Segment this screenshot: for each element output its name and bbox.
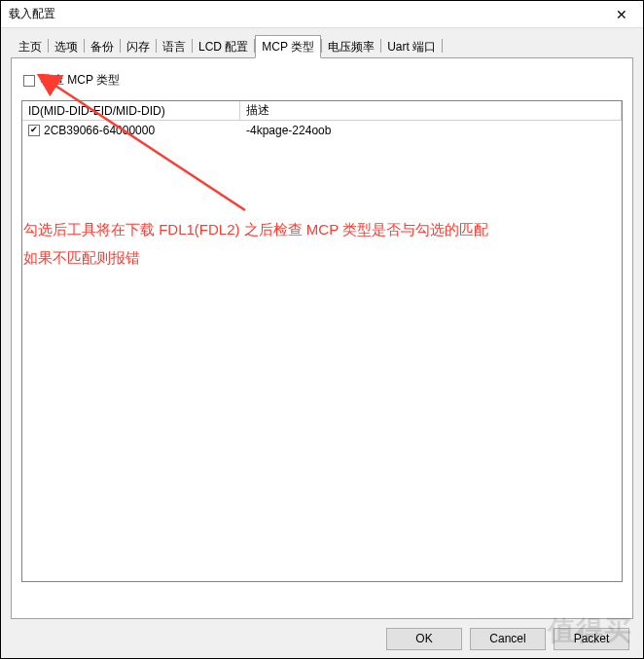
- cell-id: 2CB39066-64000000: [22, 124, 240, 137]
- window-title: 载入配置: [9, 6, 55, 22]
- tab-options[interactable]: 选项: [49, 36, 84, 57]
- cell-id-text: 2CB39066-64000000: [44, 124, 155, 137]
- check-mcp-checkbox[interactable]: [23, 75, 35, 87]
- cell-desc: -4kpage-224oob: [240, 124, 622, 137]
- tab-uart-port[interactable]: Uart 端口: [381, 36, 442, 57]
- tab-mcp-type[interactable]: MCP 类型: [255, 35, 321, 58]
- col-header-desc[interactable]: 描述: [240, 101, 622, 120]
- close-button[interactable]: ✕: [600, 1, 643, 28]
- mcp-table: ID(MID-DID-EID/MID-DID) 描述 2CB39066-6400…: [21, 100, 623, 582]
- client-area: 主页 选项 备份 闪存 语言 LCD 配置 MCP 类型 电压频率 Uart 端…: [1, 28, 643, 658]
- close-icon: ✕: [616, 8, 627, 21]
- check-mcp-label: 检查 MCP 类型: [41, 72, 120, 89]
- tab-flash[interactable]: 闪存: [121, 36, 156, 57]
- packet-button[interactable]: Packet: [554, 628, 629, 650]
- check-mcp-row: 检查 MCP 类型: [23, 72, 623, 89]
- ok-button[interactable]: OK: [386, 628, 462, 650]
- col-header-id[interactable]: ID(MID-DID-EID/MID-DID): [22, 101, 240, 120]
- tab-lcd-config[interactable]: LCD 配置: [193, 36, 254, 57]
- tab-strip: 主页 选项 备份 闪存 语言 LCD 配置 MCP 类型 电压频率 Uart 端…: [13, 36, 633, 57]
- table-header: ID(MID-DID-EID/MID-DID) 描述: [22, 101, 622, 121]
- title-bar: 载入配置 ✕: [1, 1, 643, 28]
- dialog-window: 载入配置 ✕ 主页 选项 备份 闪存 语言 LCD 配置 MCP 类型 电压频率…: [0, 0, 644, 659]
- cancel-button[interactable]: Cancel: [470, 628, 546, 650]
- tab-separator: [442, 39, 443, 53]
- tab-voltage-freq[interactable]: 电压频率: [322, 36, 380, 57]
- dialog-buttons: OK Cancel Packet: [11, 619, 633, 652]
- tab-backup[interactable]: 备份: [85, 36, 120, 57]
- table-row[interactable]: 2CB39066-64000000 -4kpage-224oob: [22, 121, 622, 139]
- tab-panel-mcp: 检查 MCP 类型 ID(MID-DID-EID/MID-DID) 描述 2CB…: [11, 57, 633, 619]
- row-checkbox[interactable]: [28, 125, 40, 136]
- tab-main[interactable]: 主页: [13, 36, 48, 57]
- tab-language[interactable]: 语言: [157, 36, 192, 57]
